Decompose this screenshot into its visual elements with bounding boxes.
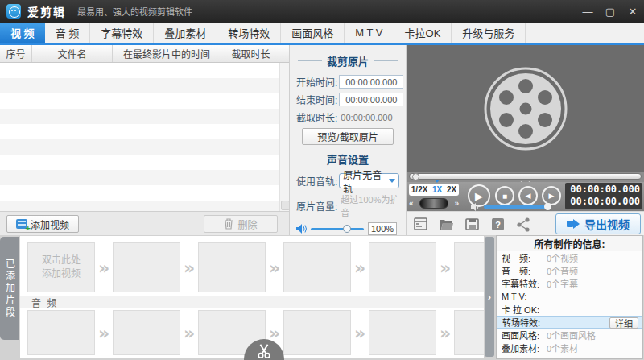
player-speaker-icon bbox=[471, 203, 480, 211]
tab-transition-fx[interactable]: 转场特效 bbox=[217, 23, 281, 43]
speed-half-button[interactable]: 1/2X bbox=[411, 185, 428, 194]
minimize-button[interactable]: — bbox=[576, 0, 599, 23]
time-total: 00:00:00.000 bbox=[568, 196, 640, 208]
video-slot[interactable] bbox=[113, 242, 180, 292]
save-icon[interactable] bbox=[464, 217, 480, 232]
volume-slider[interactable] bbox=[311, 228, 364, 230]
player-volume-slider[interactable] bbox=[484, 205, 550, 209]
transition-arrow-icon[interactable]: » bbox=[95, 258, 113, 278]
player-volume-thumb[interactable] bbox=[544, 203, 551, 210]
share-icon[interactable] bbox=[516, 217, 531, 232]
tab-upgrade[interactable]: 升级与服务 bbox=[452, 23, 526, 43]
column-index: 序号 bbox=[0, 45, 32, 62]
info-row-audio: 音 频:0个音频 bbox=[497, 264, 642, 277]
transition-arrow-icon[interactable]: » bbox=[351, 323, 369, 343]
help-icon[interactable]: ? bbox=[490, 217, 506, 232]
production-info-panel: 所有制作的信息: 视 频:0个视频 音 频:0个音频 字幕特效:0个字幕 M T… bbox=[496, 235, 643, 359]
trash-icon bbox=[224, 218, 233, 230]
column-filename: 文件名 bbox=[32, 45, 113, 62]
video-slot-placeholder[interactable]: 双击此处 添加视频 bbox=[27, 242, 95, 292]
svg-text:?: ? bbox=[495, 220, 501, 230]
jog-wheel[interactable] bbox=[419, 198, 448, 209]
tab-subtitle-fx[interactable]: 字幕特效 bbox=[90, 23, 154, 43]
transition-arrow-icon[interactable]: » bbox=[436, 323, 454, 343]
jog-controls: « » bbox=[409, 197, 459, 209]
audio-track-value: 原片无音轨 bbox=[343, 168, 389, 195]
title-bar: 爱剪辑 最易用、强大的视频剪辑软件 — ▢ ✕ bbox=[0, 0, 644, 23]
close-button[interactable]: ✕ bbox=[621, 0, 644, 23]
export-icon bbox=[567, 218, 580, 230]
delete-button[interactable]: 删除 bbox=[204, 215, 278, 233]
file-list-scrollbar[interactable] bbox=[279, 63, 289, 211]
audio-track-label: 使用音轨: bbox=[296, 174, 337, 188]
app-logo-icon bbox=[6, 4, 21, 19]
add-video-icon bbox=[16, 219, 27, 229]
open-folder-icon[interactable] bbox=[439, 217, 454, 232]
volume-label: 原片音量: bbox=[296, 199, 337, 213]
tab-picture-style[interactable]: 画面风格 bbox=[281, 23, 345, 43]
info-panel-title: 所有制作的信息: bbox=[497, 236, 642, 251]
info-row-overlay: 叠加素材:0个素材 bbox=[497, 341, 642, 354]
start-time-input[interactable] bbox=[339, 75, 403, 89]
volume-slider-thumb[interactable] bbox=[343, 225, 351, 233]
video-slot[interactable] bbox=[283, 242, 351, 292]
app-subtitle: 最易用、强大的视频剪辑软件 bbox=[77, 5, 192, 18]
end-time-input[interactable] bbox=[339, 93, 403, 106]
speaker-icon bbox=[296, 224, 307, 234]
transition-arrow-icon[interactable]: » bbox=[351, 258, 369, 278]
add-video-button[interactable]: 添加视频 bbox=[6, 215, 79, 233]
info-row-mtv: M T V: bbox=[497, 290, 642, 303]
transition-arrow-icon[interactable]: » bbox=[95, 323, 113, 343]
transition-arrow-icon[interactable]: » bbox=[180, 323, 198, 343]
time-display: 00:00:00.000 00:00:00.000 bbox=[565, 183, 642, 209]
tab-karaoke[interactable]: 卡拉OK bbox=[394, 23, 452, 43]
mtv-export-icon[interactable] bbox=[413, 217, 428, 232]
file-list-body[interactable] bbox=[0, 63, 279, 211]
seek-thumb[interactable] bbox=[412, 173, 419, 180]
clip-length-value: 00:00:00.000 bbox=[341, 113, 392, 122]
audio-track-select[interactable]: 原片无音轨 bbox=[339, 173, 399, 188]
maximize-button[interactable]: ▢ bbox=[599, 0, 621, 23]
info-row-subtitle: 字幕特效:0个字幕 bbox=[497, 277, 642, 290]
video-slot[interactable] bbox=[369, 242, 436, 292]
audio-slot[interactable] bbox=[113, 310, 180, 355]
speed-2x-button[interactable]: 2X bbox=[447, 185, 456, 194]
video-slot[interactable] bbox=[198, 242, 266, 292]
added-clips-tab[interactable]: 已添加片段 bbox=[0, 237, 19, 340]
audio-slot[interactable] bbox=[454, 310, 485, 355]
audio-slot[interactable] bbox=[283, 310, 351, 355]
transition-arrow-icon[interactable]: » bbox=[180, 258, 198, 278]
column-final-time: 在最终影片中的时间 bbox=[113, 45, 221, 62]
transition-detail-button[interactable]: 详细 bbox=[609, 317, 638, 329]
video-track: 双击此处 添加视频 » » » » » bbox=[27, 242, 484, 292]
info-row-karaoke: 卡 拉 OK: bbox=[497, 303, 642, 316]
info-row-transition: 转场特效: 详细 bbox=[497, 316, 642, 329]
clip-section-title: 裁剪原片 bbox=[298, 53, 398, 68]
audio-slot[interactable] bbox=[27, 310, 95, 355]
transition-arrow-icon[interactable]: » bbox=[266, 258, 283, 278]
fast-forward-button[interactable]: » bbox=[454, 199, 459, 208]
end-time-label: 结束时间: bbox=[296, 93, 337, 106]
sound-section-title: 声音设置 bbox=[298, 151, 398, 167]
info-row-video: 视 频:0个视频 bbox=[497, 251, 642, 264]
tab-overlay[interactable]: 叠加素材 bbox=[154, 23, 217, 43]
audio-slot[interactable] bbox=[369, 310, 436, 355]
delete-label: 删除 bbox=[237, 217, 257, 231]
video-slot[interactable] bbox=[454, 242, 485, 292]
start-time-label: 开始时间: bbox=[296, 75, 337, 89]
info-panel-toggle[interactable]: › bbox=[485, 237, 494, 357]
rewind-button[interactable]: « bbox=[409, 199, 414, 208]
preview-clip-button[interactable]: 预览/截取原片 bbox=[302, 128, 394, 145]
add-video-label: 添加视频 bbox=[31, 217, 69, 231]
export-video-button[interactable]: 导出视频 bbox=[555, 213, 641, 234]
file-list-header: 序号 文件名 在最终影片中的时间 截取时长 bbox=[0, 45, 289, 63]
speed-1x-button[interactable]: 1X bbox=[432, 185, 442, 194]
tab-video[interactable]: 视 频 bbox=[0, 23, 45, 43]
transition-arrow-icon[interactable]: » bbox=[436, 258, 454, 278]
main-tab-bar: 视 频 音 频 字幕特效 叠加素材 转场特效 画面风格 M T V 卡拉OK 升… bbox=[0, 23, 644, 45]
tab-mtv[interactable]: M T V bbox=[345, 23, 394, 43]
playback-speed-selector: 1/2X 1X 2X bbox=[409, 184, 459, 196]
volume-value[interactable]: 100% bbox=[368, 222, 397, 235]
tab-audio[interactable]: 音 频 bbox=[45, 23, 91, 43]
app-name: 爱剪辑 bbox=[27, 3, 66, 19]
